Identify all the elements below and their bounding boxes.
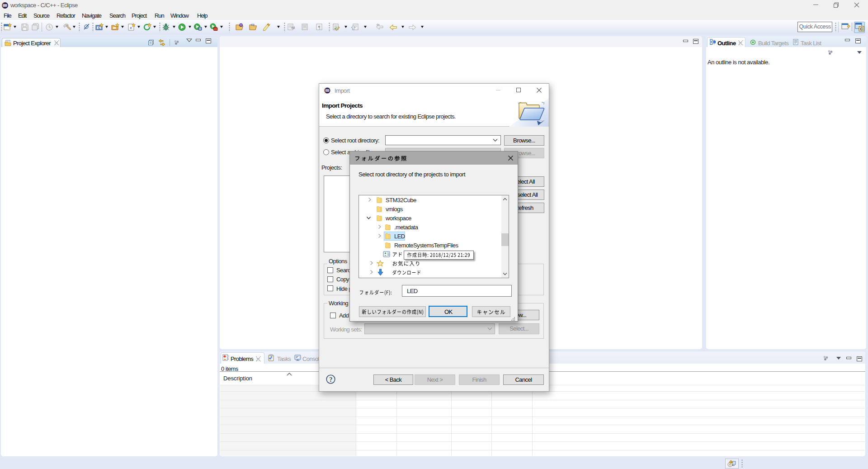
svg-text:?: ? <box>329 376 332 383</box>
